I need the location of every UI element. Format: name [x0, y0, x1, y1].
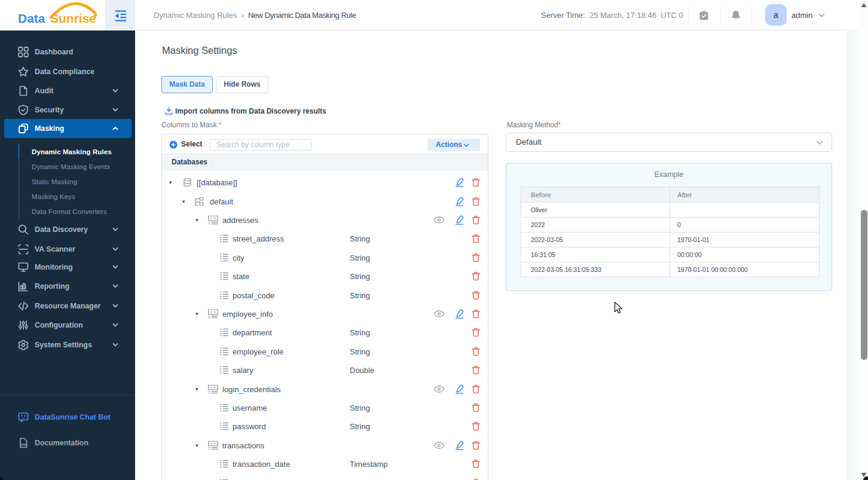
- svg-text:Sunrise: Sunrise: [50, 11, 96, 25]
- svg-text:Data: Data: [18, 11, 45, 25]
- svg-text:DOC: DOC: [20, 443, 27, 447]
